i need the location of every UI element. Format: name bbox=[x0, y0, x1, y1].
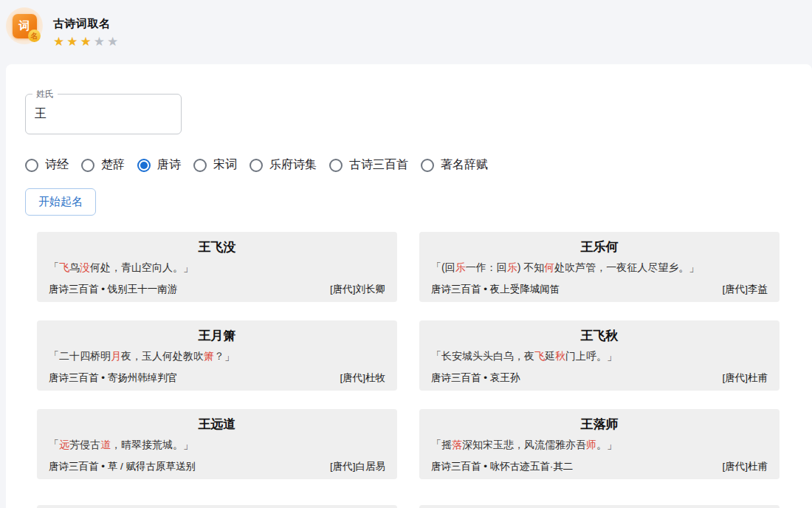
radio-category-6[interactable]: 著名辞赋 bbox=[421, 157, 488, 173]
generated-name: 王飞秋 bbox=[431, 328, 768, 344]
results-grid: 王飞没「飞鸟没何处，青山空向人。」唐诗三百首 • 饯别王十一南游[唐代]刘长卿王… bbox=[6, 232, 812, 479]
highlighted-name-char: 道 bbox=[100, 439, 111, 450]
generated-name: 王落师 bbox=[431, 416, 768, 433]
poem-source: 唐诗三百首 • 饯别王十一南游 bbox=[49, 282, 177, 296]
poem-quote: 「长安城头头白乌，夜飞延秋门上呼。」 bbox=[431, 349, 768, 363]
poem-source: 唐诗三百首 • 草 / 赋得古原草送别 bbox=[49, 459, 196, 473]
radio-label: 唐诗 bbox=[157, 157, 181, 173]
poem-source: 唐诗三百首 • 寄扬州韩绰判官 bbox=[49, 371, 177, 385]
partial-next-row bbox=[6, 505, 812, 508]
star-filled-icon[interactable]: ★ bbox=[53, 35, 66, 49]
highlighted-name-char: 乐 bbox=[455, 261, 466, 273]
radio-unselected-icon bbox=[329, 159, 343, 172]
highlighted-name-char: 何 bbox=[544, 261, 554, 273]
name-card: 王乐何「(回乐一作：回乐) 不知何处吹芦管，一夜征人尽望乡。」唐诗三百首 • 夜… bbox=[419, 232, 780, 302]
radio-label: 诗经 bbox=[45, 157, 69, 173]
card-footer: 唐诗三百首 • 咏怀古迹五首·其二[唐代]杜甫 bbox=[431, 459, 768, 473]
generated-name: 王乐何 bbox=[431, 239, 768, 255]
highlighted-name-char: 飞 bbox=[534, 350, 545, 362]
card-footer: 唐诗三百首 • 草 / 赋得古原草送别[唐代]白居易 bbox=[49, 459, 385, 473]
star-filled-icon[interactable]: ★ bbox=[80, 35, 94, 49]
highlighted-name-char: 飞 bbox=[59, 261, 69, 273]
radio-category-1[interactable]: 楚辞 bbox=[81, 157, 125, 173]
highlighted-name-char: 月 bbox=[111, 350, 121, 362]
radio-label: 古诗三百首 bbox=[349, 157, 408, 173]
generated-name: 王飞没 bbox=[49, 239, 385, 255]
generated-name: 王远道 bbox=[49, 416, 385, 433]
radio-category-5[interactable]: 古诗三百首 bbox=[329, 157, 408, 173]
star-filled-icon[interactable]: ★ bbox=[66, 35, 80, 49]
highlighted-name-char: 师 bbox=[586, 439, 596, 450]
name-card: 王飞没「飞鸟没何处，青山空向人。」唐诗三百首 • 饯别王十一南游[唐代]刘长卿 bbox=[37, 232, 397, 302]
partial-card bbox=[419, 505, 780, 508]
radio-category-0[interactable]: 诗经 bbox=[25, 157, 69, 173]
name-card: 王落师「摇落深知宋玉悲，风流儒雅亦吾师。」唐诗三百首 • 咏怀古迹五首·其二[唐… bbox=[419, 409, 780, 479]
surname-field-label: 姓氏 bbox=[32, 88, 58, 100]
radio-label: 乐府诗集 bbox=[269, 157, 317, 173]
name-card: 王远道「远芳侵古道，晴翠接荒城。」唐诗三百首 • 草 / 赋得古原草送别[唐代]… bbox=[37, 409, 397, 479]
radio-category-4[interactable]: 乐府诗集 bbox=[250, 157, 317, 173]
radio-unselected-icon bbox=[193, 159, 207, 172]
logo-badge-glyph: 名 bbox=[28, 30, 41, 42]
partial-card bbox=[37, 505, 397, 508]
card-footer: 唐诗三百首 • 寄扬州韩绰判官[唐代]杜牧 bbox=[49, 371, 385, 385]
app-logo-icon: 词 名 bbox=[6, 7, 43, 44]
poem-author: [唐代]杜甫 bbox=[722, 459, 768, 473]
highlighted-name-char: 落 bbox=[452, 439, 462, 450]
star-empty-icon[interactable]: ★ bbox=[94, 35, 107, 49]
page-title: 古诗词取名 bbox=[53, 17, 120, 31]
radio-unselected-icon bbox=[250, 159, 263, 172]
poem-author: [唐代]刘长卿 bbox=[330, 282, 385, 296]
highlighted-name-char: 没 bbox=[80, 261, 90, 273]
poem-source: 唐诗三百首 • 哀王孙 bbox=[431, 371, 520, 385]
radio-selected-icon bbox=[137, 159, 151, 172]
poem-author: [唐代]白居易 bbox=[330, 459, 385, 473]
poem-quote: 「飞鸟没何处，青山空向人。」 bbox=[49, 260, 385, 275]
radio-unselected-icon bbox=[81, 159, 94, 172]
rating-stars[interactable]: ★★★★★ bbox=[53, 35, 120, 48]
radio-unselected-icon bbox=[421, 159, 434, 172]
card-footer: 唐诗三百首 • 夜上受降城闻笛[唐代]李益 bbox=[431, 282, 768, 296]
radio-label: 楚辞 bbox=[101, 157, 125, 173]
poem-quote: 「(回乐一作：回乐) 不知何处吹芦管，一夜征人尽望乡。」 bbox=[431, 260, 768, 275]
name-card: 王飞秋「长安城头头白乌，夜飞延秋门上呼。」唐诗三百首 • 哀王孙[唐代]杜甫 bbox=[419, 320, 780, 391]
app-header: 词 名 古诗词取名 ★★★★★ bbox=[0, 0, 812, 64]
surname-field-wrap: 姓氏 bbox=[25, 94, 182, 134]
star-empty-icon[interactable]: ★ bbox=[107, 35, 120, 49]
poem-author: [唐代]李益 bbox=[722, 282, 768, 296]
radio-label: 宋词 bbox=[213, 157, 237, 173]
start-naming-button[interactable]: 开始起名 bbox=[25, 188, 96, 216]
poem-author: [唐代]杜牧 bbox=[340, 371, 385, 385]
generated-name: 王月箫 bbox=[49, 328, 385, 344]
poem-quote: 「摇落深知宋玉悲，风流儒雅亦吾师。」 bbox=[431, 437, 768, 452]
card-footer: 唐诗三百首 • 哀王孙[唐代]杜甫 bbox=[431, 371, 768, 385]
poem-quote: 「远芳侵古道，晴翠接荒城。」 bbox=[49, 437, 385, 452]
radio-category-2[interactable]: 唐诗 bbox=[137, 157, 181, 173]
card-footer: 唐诗三百首 • 饯别王十一南游[唐代]刘长卿 bbox=[49, 282, 385, 296]
poem-source: 唐诗三百首 • 咏怀古迹五首·其二 bbox=[431, 459, 573, 473]
radio-label: 著名辞赋 bbox=[441, 157, 488, 173]
name-card: 王月箫「二十四桥明月夜，玉人何处教吹箫？」唐诗三百首 • 寄扬州韩绰判官[唐代]… bbox=[37, 320, 397, 391]
highlighted-name-char: 乐 bbox=[507, 261, 517, 273]
poem-source: 唐诗三百首 • 夜上受降城闻笛 bbox=[431, 282, 560, 296]
poem-author: [唐代]杜甫 bbox=[722, 371, 768, 385]
highlighted-name-char: 远 bbox=[59, 439, 69, 450]
highlighted-name-char: 秋 bbox=[555, 350, 565, 362]
radio-unselected-icon bbox=[25, 159, 38, 172]
poem-quote: 「二十四桥明月夜，玉人何处教吹箫？」 bbox=[49, 349, 385, 363]
category-radio-group: 诗经楚辞唐诗宋词乐府诗集古诗三百首著名辞赋 bbox=[25, 157, 812, 173]
radio-category-3[interactable]: 宋词 bbox=[193, 157, 237, 173]
main-panel: 姓氏 诗经楚辞唐诗宋词乐府诗集古诗三百首著名辞赋 开始起名 王飞没「飞鸟没何处，… bbox=[6, 64, 812, 508]
highlighted-name-char: 箫 bbox=[204, 350, 214, 362]
